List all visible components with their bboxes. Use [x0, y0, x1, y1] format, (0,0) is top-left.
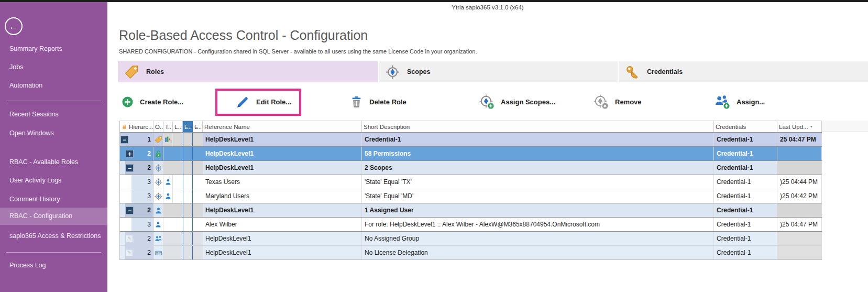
- sidebar: ← Summary Reports Jobs Automation Recent…: [0, 2, 107, 292]
- rbac-table: Hierarc... O... T... L... E... E... Refe…: [119, 121, 822, 260]
- sidebar-item-jobs[interactable]: Jobs: [0, 59, 107, 76]
- cell-short-description: 'State' Equal 'TX': [362, 175, 714, 189]
- table-row-no-license-delegation[interactable]: ✎2 HelpDeskLevel1 No License Delegation …: [120, 246, 822, 260]
- report-columns-icon: [163, 133, 173, 146]
- cell-reference-name: HelpDeskLevel1: [203, 232, 362, 245]
- expander-minus-icon[interactable]: −: [126, 207, 134, 214]
- cell-short-description: 58 Permissions: [362, 147, 714, 160]
- table-row-assigned-users-group[interactable]: −2 HelpDeskLevel1 1 Assigned User Creden…: [120, 203, 822, 218]
- tab-credentials[interactable]: Credentials: [619, 61, 868, 82]
- expander-plus-icon[interactable]: +: [126, 150, 134, 158]
- column-header-hierarchy[interactable]: Hierarc...: [120, 121, 153, 132]
- column-header-credentials[interactable]: Credentials: [714, 121, 777, 132]
- cell-last-updated: )25 04:44 PM: [777, 175, 822, 189]
- table-row-scope-texas[interactable]: 3 Texas Users 'State' Equal 'TX' Credent…: [120, 175, 822, 189]
- scope-icon: [153, 161, 163, 175]
- sidebar-item-rbac-available-roles[interactable]: RBAC - Available Roles: [0, 154, 107, 171]
- cell-last-updated: [777, 246, 822, 259]
- cell-last-updated: [777, 161, 822, 175]
- pencil-box-icon[interactable]: ✎: [126, 235, 133, 242]
- sort-icon: ▾: [810, 124, 812, 129]
- column-header-reference-name[interactable]: Reference Name: [203, 121, 362, 132]
- cell-last-updated: )25 04:42 PM: [777, 189, 822, 203]
- column-header-e[interactable]: E...: [193, 121, 203, 132]
- cell-reference-name: HelpDeskLevel1: [203, 133, 362, 146]
- table-row-permissions-selected[interactable]: +2 HelpDeskLevel1 58 Permissions Credent…: [120, 147, 822, 161]
- sidebar-divider: [6, 101, 101, 101]
- page-subtitle: SHARED CONFIGURATION - Configuration sha…: [119, 48, 477, 55]
- assign-users-button[interactable]: Assign...: [715, 89, 765, 114]
- cell-short-description: No Assigned Group: [362, 232, 714, 245]
- person-icon: [153, 218, 163, 231]
- cell-short-description: 'State' Equal 'MD': [362, 189, 714, 203]
- expander-minus-icon[interactable]: −: [126, 164, 134, 172]
- cell-short-description: 2 Scopes: [362, 161, 714, 175]
- sidebar-item-recent-sessions[interactable]: Recent Sessions: [0, 106, 107, 123]
- delete-role-button[interactable]: Delete Role: [350, 89, 406, 114]
- unlock-green-icon: [153, 147, 163, 160]
- tag-icon: [125, 65, 139, 79]
- create-role-button[interactable]: Create Role...: [122, 89, 183, 114]
- license-card-icon: [153, 246, 163, 259]
- table-header-extension: [822, 121, 868, 132]
- sidebar-item-process-log[interactable]: Process Log: [0, 257, 107, 274]
- cell-last-updated: [777, 147, 822, 160]
- pencil-icon: [234, 94, 250, 110]
- sidebar-item-comment-history[interactable]: Comment History: [0, 191, 107, 208]
- table-row-scopes-group[interactable]: −2 HelpDeskLevel1 2 Scopes Credential-1: [120, 161, 822, 175]
- cell-last-updated: [777, 232, 822, 245]
- remove-scopes-button[interactable]: Remove: [593, 89, 642, 114]
- column-header-last-updated[interactable]: Last Upd...▾: [777, 121, 822, 132]
- sidebar-item-user-activity-logs[interactable]: User Activity Logs: [0, 172, 107, 189]
- cell-reference-name: Maryland Users: [203, 189, 362, 203]
- plus-circle-icon: [122, 96, 134, 108]
- column-header-t[interactable]: T...: [163, 121, 173, 132]
- edit-role-button[interactable]: Edit Role...: [234, 89, 291, 114]
- expander-minus-icon[interactable]: −: [120, 136, 128, 144]
- cell-credentials: Credential-1: [714, 203, 777, 217]
- person-icon: [153, 203, 163, 217]
- cell-credentials: Credential-1: [714, 232, 777, 245]
- cell-credentials: Credential-1: [714, 161, 777, 175]
- people-icon: [153, 232, 163, 245]
- table-header-row: Hierarc... O... T... L... E... E... Refe…: [120, 121, 822, 133]
- column-header-short-description[interactable]: Short Description: [362, 121, 714, 132]
- tag-icon: [153, 133, 163, 146]
- lock-icon: [122, 124, 127, 130]
- person-icon: [163, 189, 173, 203]
- cell-credentials: Credential-1: [714, 246, 777, 259]
- people-add-icon: [715, 94, 730, 110]
- column-header-o[interactable]: O...: [153, 121, 163, 132]
- table-row-user-alex-wilber[interactable]: 3 Alex Wilber For role: HelpDeskLevel1 :…: [120, 218, 822, 232]
- cell-credentials: Credential-1: [714, 175, 777, 189]
- cell-reference-name: HelpDeskLevel1: [203, 147, 362, 160]
- cell-reference-name: HelpDeskLevel1: [203, 161, 362, 175]
- key-icon: [625, 65, 640, 79]
- cell-credentials: Credential-1: [714, 133, 777, 146]
- sidebar-item-automation[interactable]: Automation: [0, 77, 107, 94]
- column-header-e-selected[interactable]: E...: [183, 121, 193, 132]
- table-row-role[interactable]: −1 HelpDeskLevel1 Credential-1 Credentia…: [120, 133, 822, 147]
- trash-icon: [350, 95, 363, 109]
- pencil-box-icon[interactable]: ✎: [126, 249, 133, 256]
- app-window: Ytria sapio365 v3.1.0 (x64) ← Summary Re…: [0, 0, 868, 292]
- sidebar-item-rbac-configuration[interactable]: RBAC - Configuration: [0, 208, 107, 225]
- tab-scopes[interactable]: Scopes: [379, 61, 618, 82]
- table-row-scope-maryland[interactable]: 3 Maryland Users 'State' Equal 'MD' Cred…: [120, 189, 822, 203]
- tab-roles-label: Roles: [146, 68, 164, 75]
- cell-last-updated: 25 04:47 PM: [777, 133, 822, 146]
- scope-icon: [386, 65, 400, 79]
- tab-roles[interactable]: Roles: [118, 61, 378, 82]
- window-top-bar: [0, 0, 868, 2]
- sidebar-item-sapio365-access[interactable]: sapio365 Access & Restrictions: [0, 228, 107, 245]
- page-title: Role-Based Access Control - Configuratio…: [119, 28, 368, 43]
- assign-scopes-button[interactable]: Assign Scopes...: [479, 89, 555, 114]
- cell-credentials: Credential-1: [714, 147, 777, 160]
- tab-scopes-label: Scopes: [407, 68, 430, 75]
- column-header-l[interactable]: L...: [173, 121, 183, 132]
- sidebar-item-summary-reports[interactable]: Summary Reports: [0, 40, 107, 58]
- table-row-no-assigned-group[interactable]: ✎2 HelpDeskLevel1 No Assigned Group Cred…: [120, 232, 822, 246]
- cell-last-updated: )25 04:47 PM: [777, 218, 822, 231]
- back-icon[interactable]: ←: [5, 17, 23, 35]
- sidebar-item-open-windows[interactable]: Open Windows: [0, 125, 107, 142]
